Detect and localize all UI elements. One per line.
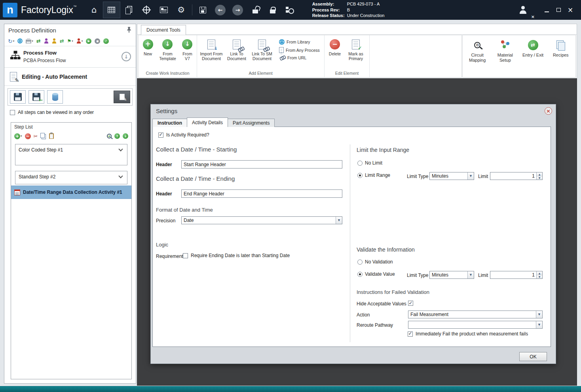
mark-as-primary-button[interactable]: ✓ Mark as Primary	[344, 37, 367, 70]
immediately-fail-checkbox[interactable]: ✓	[408, 331, 413, 337]
validate-value-option[interactable]: Validate Value	[357, 271, 395, 277]
user-button[interactable]: ×	[515, 2, 532, 18]
validate-limit-type-select[interactable]: Minutes▼	[429, 271, 474, 279]
limit-range-radio[interactable]	[357, 173, 363, 178]
no-limit-option[interactable]: No Limit	[357, 160, 382, 166]
ok-button[interactable]: OK	[519, 352, 547, 361]
tab-document-tools[interactable]: Document Tools	[141, 25, 186, 35]
dropdown-arrow-icon[interactable]: ▼	[336, 217, 342, 224]
from-library-button[interactable]: From Library	[279, 39, 320, 45]
collapse-all-button[interactable]: ↓	[123, 133, 128, 139]
paste-button[interactable]	[49, 133, 54, 139]
end-header-input[interactable]	[181, 189, 342, 198]
limit-spinner[interactable]: ▲▼	[490, 172, 543, 180]
tab-instruction[interactable]: Instruction	[152, 119, 187, 127]
stop-button[interactable]: ■	[95, 38, 100, 44]
link-to-document-button[interactable]: Link To Document	[225, 37, 249, 70]
edit-mode-button[interactable]: ✎	[114, 91, 130, 103]
save-button[interactable]	[194, 2, 212, 18]
link-to-sm-document-button[interactable]: Link To SM Document	[249, 37, 275, 70]
recipes-button[interactable]: Recipes	[548, 39, 574, 77]
import-step-button[interactable]: ←	[28, 90, 44, 104]
minimize-button[interactable]	[541, 4, 553, 16]
immediately-fail-row[interactable]: ✓ Immediately Fail the product when meas…	[408, 331, 528, 337]
import-from-document-button[interactable]: ↓ Import From Document	[199, 37, 224, 70]
expand-all-button[interactable]: ↑	[114, 133, 120, 139]
requirement-row[interactable]: Require Ending Date is later than Starti…	[183, 253, 290, 258]
from-template-button[interactable]: ↓ From Template	[156, 37, 179, 70]
lock-button[interactable]	[264, 2, 281, 18]
spin-down-button[interactable]: ▼	[537, 275, 542, 279]
dropdown-arrow-icon[interactable]: ▼	[467, 172, 474, 180]
precision-select[interactable]: Date▼	[181, 216, 342, 224]
order-checkbox[interactable]	[10, 110, 15, 115]
circuit-mapping-button[interactable]: ⚙ Circuit Mapping	[464, 39, 490, 77]
sync-button[interactable]: ⇄	[60, 38, 64, 44]
entry-exit-button[interactable]: ⇄ Entry / Exit	[520, 39, 546, 77]
globe-button[interactable]	[17, 38, 23, 44]
no-validation-option[interactable]: No Validation	[357, 259, 393, 265]
dropdown-arrow-icon[interactable]: ▼	[536, 311, 542, 318]
settings-button[interactable]: ⚙	[173, 2, 190, 18]
step-row[interactable]: Color Coded Step #1	[15, 144, 127, 165]
print-menu-button[interactable]: ▾	[26, 38, 33, 44]
step-row[interactable]: Standard Step #2	[15, 171, 127, 184]
order-checkbox-row[interactable]: All steps can be viewed in any order	[10, 110, 94, 115]
dropdown-arrow-icon[interactable]: ▼	[467, 271, 474, 278]
back-button[interactable]: ←	[212, 2, 229, 18]
no-limit-radio[interactable]	[357, 161, 363, 166]
start-header-input[interactable]	[181, 160, 342, 169]
copy-button[interactable]	[40, 134, 46, 138]
validate-limit-spinner[interactable]: ▲▼	[490, 271, 543, 279]
close-button[interactable]: ×	[564, 4, 576, 16]
find-assembly-button[interactable]	[281, 2, 299, 18]
step-expand-chevron[interactable]	[118, 174, 123, 178]
new-button[interactable]: + New	[140, 37, 156, 70]
no-validation-radio[interactable]	[357, 259, 363, 265]
delete-button[interactable]: − Delete	[326, 37, 344, 70]
unlock-button[interactable]	[247, 2, 264, 18]
process-flow-row[interactable]: Process Flow PCBA Process Flow ↓	[4, 46, 136, 68]
forward-button[interactable]: →	[229, 2, 247, 18]
user-menu-button[interactable]: ▾	[76, 38, 83, 44]
home-button[interactable]: ⌂	[85, 2, 103, 18]
production-button[interactable]	[120, 2, 138, 18]
reroute-pathway-select[interactable]: ▼	[408, 321, 543, 329]
cut-button[interactable]: ✂	[34, 133, 38, 139]
limit-type-select[interactable]: Minutes▼	[429, 172, 474, 180]
status-button[interactable]: ✓	[103, 38, 109, 44]
collapse-section-button[interactable]: ↓	[122, 52, 131, 61]
user-gold-button[interactable]	[52, 38, 57, 44]
zoom-step-button[interactable]: +	[107, 134, 112, 138]
activity-required-row[interactable]: ✓ Is Activity Required?	[158, 132, 209, 138]
limit-range-option[interactable]: Limit Range	[357, 172, 390, 178]
refresh-menu-button[interactable]: ↻▾	[8, 38, 14, 44]
from-any-process-button[interactable]: From Any Process	[279, 47, 320, 53]
material-setup-button[interactable]: Material Setup	[492, 39, 518, 77]
selected-activity-row[interactable]: Date/Time Range Data Collection Activity…	[11, 186, 131, 199]
step-expand-chevron[interactable]	[118, 147, 123, 151]
flag-menu-button[interactable]: ⚑▾	[67, 38, 73, 44]
add-step-button[interactable]: +▾	[14, 133, 22, 139]
spin-up-button[interactable]: ▲	[537, 172, 542, 176]
save-step-button[interactable]	[10, 90, 26, 104]
remove-step-button[interactable]: −	[25, 133, 31, 139]
validate-limit-input[interactable]	[490, 271, 536, 278]
process-definition-button[interactable]	[103, 2, 120, 18]
tab-activity-details[interactable]: Activity Details	[187, 117, 228, 127]
spin-down-button[interactable]: ▼	[537, 176, 542, 180]
user-purple-button[interactable]	[44, 38, 49, 44]
dropdown-arrow-icon[interactable]: ▼	[536, 321, 542, 328]
from-v7-button[interactable]: ↓ From V7	[180, 37, 195, 70]
tracking-button[interactable]	[138, 2, 155, 18]
from-url-button[interactable]: From URL	[279, 55, 320, 60]
maximize-button[interactable]	[553, 4, 564, 16]
limit-input[interactable]	[490, 172, 536, 180]
reports-button[interactable]	[155, 2, 173, 18]
requirement-checkbox[interactable]	[183, 253, 188, 258]
dialog-close-button[interactable]: ×	[545, 107, 552, 115]
database-button[interactable]	[47, 90, 63, 104]
spin-up-button[interactable]: ▲	[537, 271, 542, 275]
activity-required-checkbox[interactable]: ✓	[158, 133, 163, 138]
pin-icon[interactable]	[126, 27, 132, 34]
